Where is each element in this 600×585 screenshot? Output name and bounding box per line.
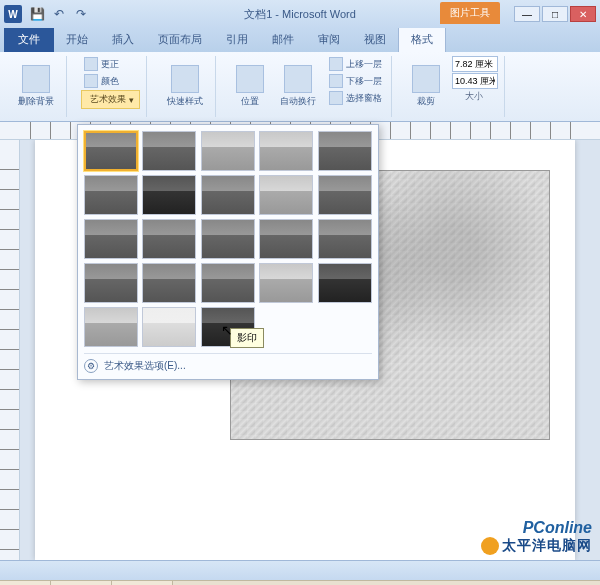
- selection-icon: [329, 91, 343, 105]
- effect-thumb-none[interactable]: [84, 131, 138, 171]
- effect-thumb-10[interactable]: [318, 175, 372, 215]
- close-button[interactable]: ✕: [570, 6, 596, 22]
- file-tab[interactable]: 文件: [4, 27, 54, 52]
- effect-thumb-2[interactable]: [142, 131, 196, 171]
- effect-thumb-3[interactable]: [201, 131, 255, 171]
- wraptext-icon: [284, 65, 312, 93]
- effect-thumb-18[interactable]: [201, 263, 255, 303]
- effect-thumb-8[interactable]: [201, 175, 255, 215]
- effect-thumb-14[interactable]: [259, 219, 313, 259]
- mouse-cursor: ↖: [221, 322, 233, 338]
- options-icon: ⚙: [84, 359, 98, 373]
- maximize-button[interactable]: □: [542, 6, 568, 22]
- effect-thumb-9[interactable]: [259, 175, 313, 215]
- wrap-text-button[interactable]: 自动换行: [274, 56, 322, 117]
- width-input[interactable]: [452, 73, 498, 89]
- position-icon: [236, 65, 264, 93]
- watermark-brand-cn: 太平洋电脑网: [502, 537, 592, 555]
- ruler-vertical[interactable]: [0, 140, 20, 560]
- position-button[interactable]: 位置: [230, 56, 270, 117]
- forward-icon: [329, 57, 343, 71]
- corrections-button[interactable]: 更正: [81, 56, 140, 72]
- effect-thumb-21[interactable]: [84, 307, 138, 347]
- effect-thumb-5[interactable]: [318, 131, 372, 171]
- watermark-brand-en: PConline: [481, 519, 592, 537]
- artistic-effects-button[interactable]: 艺术效果 ▾: [81, 90, 140, 109]
- tab-view[interactable]: 视图: [352, 27, 398, 52]
- undo-icon[interactable]: ↶: [50, 5, 68, 23]
- context-tab-label: 图片工具: [440, 2, 500, 24]
- effect-thumb-17[interactable]: [142, 263, 196, 303]
- tab-mailings[interactable]: 邮件: [260, 27, 306, 52]
- tab-home[interactable]: 开始: [54, 27, 100, 52]
- brightness-icon: [84, 57, 98, 71]
- artistic-effects-options-link[interactable]: ⚙ 艺术效果选项(E)...: [84, 353, 372, 373]
- artistic-effects-gallery: ⚙ 艺术效果选项(E)...: [77, 124, 379, 380]
- size-group-label: 大小: [450, 90, 498, 103]
- watermark-badge-icon: [481, 537, 499, 555]
- selection-pane-button[interactable]: 选择窗格: [326, 90, 385, 106]
- crop-icon: [412, 65, 440, 93]
- remove-background-button[interactable]: 删除背景: [12, 56, 60, 117]
- color-button[interactable]: 颜色: [81, 73, 140, 89]
- remove-bg-icon: [22, 65, 50, 93]
- tab-pagelayout[interactable]: 页面布局: [146, 27, 214, 52]
- watermark: PConline 太平洋电脑网: [481, 519, 592, 555]
- tab-format[interactable]: 格式: [398, 26, 446, 52]
- width-spinner[interactable]: [450, 73, 498, 89]
- styles-icon: [171, 65, 199, 93]
- effect-thumb-19[interactable]: [259, 263, 313, 303]
- effect-thumb-13[interactable]: [201, 219, 255, 259]
- effect-thumb-11[interactable]: [84, 219, 138, 259]
- backward-icon: [329, 74, 343, 88]
- effect-thumb-20[interactable]: [318, 263, 372, 303]
- effect-thumb-4[interactable]: [259, 131, 313, 171]
- quick-styles-button[interactable]: 快速样式: [161, 56, 209, 117]
- footer-tab-3[interactable]: 插入: [112, 581, 173, 585]
- tab-references[interactable]: 引用: [214, 27, 260, 52]
- color-icon: [84, 74, 98, 88]
- footer-tab-1[interactable]: 准: [0, 581, 51, 585]
- redo-icon[interactable]: ↷: [72, 5, 90, 23]
- effect-thumb-16[interactable]: [84, 263, 138, 303]
- height-spinner[interactable]: [450, 56, 498, 72]
- window-title: 文档1 - Microsoft Word: [244, 7, 356, 22]
- minimize-button[interactable]: —: [514, 6, 540, 22]
- effect-thumb-6[interactable]: [84, 175, 138, 215]
- footer-tab-2[interactable]: 插入: [51, 581, 112, 585]
- height-input[interactable]: [452, 56, 498, 72]
- save-icon[interactable]: 💾: [28, 5, 46, 23]
- effect-tooltip: 影印: [230, 328, 264, 348]
- tab-review[interactable]: 审阅: [306, 27, 352, 52]
- bring-forward-button[interactable]: 上移一层: [326, 56, 385, 72]
- effect-thumb-12[interactable]: [142, 219, 196, 259]
- crop-button[interactable]: 裁剪: [406, 56, 446, 117]
- send-backward-button[interactable]: 下移一层: [326, 73, 385, 89]
- effect-thumb-22[interactable]: [142, 307, 196, 347]
- word-app-icon: W: [4, 5, 22, 23]
- tab-insert[interactable]: 插入: [100, 27, 146, 52]
- effect-thumb-7[interactable]: [142, 175, 196, 215]
- effect-thumb-15[interactable]: [318, 219, 372, 259]
- status-bar: [0, 560, 600, 580]
